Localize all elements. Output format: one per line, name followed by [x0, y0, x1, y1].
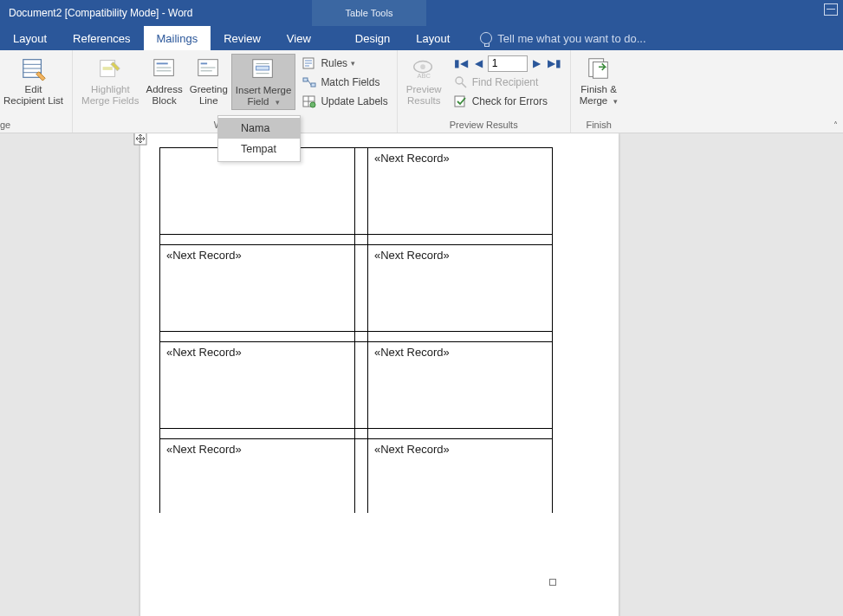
window-title: Document2 [Compatibility Mode] - Word [0, 7, 193, 19]
highlight-merge-fields-button[interactable]: Highlight Merge Fields [78, 54, 142, 108]
table-resize-handle-icon[interactable] [549, 579, 556, 586]
table-gap-cell [355, 439, 368, 513]
tab-view[interactable]: View [274, 26, 324, 50]
greeting-line-icon [196, 55, 222, 81]
collapse-ribbon-icon[interactable]: ˄ [833, 120, 838, 130]
table-cell[interactable]: «Next Record» [368, 439, 553, 513]
match-fields-button[interactable]: Match Fields [299, 73, 391, 92]
tab-layout[interactable]: Layout [0, 26, 60, 50]
table-gap-cell [355, 148, 368, 235]
table-cell[interactable]: «Next Record» [368, 342, 553, 429]
table-cell[interactable]: «Next Record» [160, 439, 355, 513]
rules-icon [302, 56, 316, 70]
preview-results-button[interactable]: ABC Preview Results [403, 54, 445, 108]
chevron-down-icon: ▾ [276, 98, 280, 107]
update-labels-button[interactable]: Update Labels [299, 92, 391, 111]
ribbon-group-start-mailmerge-truncated: Edit Recipient List ge [0, 50, 73, 133]
svg-point-27 [310, 102, 315, 107]
insert-merge-field-dropdown: Nama Tempat [217, 115, 301, 162]
prev-record-button[interactable]: ◀ [473, 57, 484, 69]
next-record-button[interactable]: ▶ [531, 57, 542, 69]
highlight-icon [97, 55, 123, 81]
check-errors-button[interactable]: Check for Errors [451, 92, 565, 111]
table-gap-cell [368, 235, 553, 245]
ribbon: Edit Recipient List ge Highlight Merge F… [0, 50, 843, 133]
group-label-preview: Preview Results [403, 120, 565, 132]
ribbon-tab-bar: Layout References Mailings Review View D… [0, 26, 843, 50]
rules-button[interactable]: Rules▾ [299, 54, 391, 73]
insert-merge-field-icon [250, 56, 276, 82]
tab-review[interactable]: Review [211, 26, 274, 50]
title-bar: Document2 [Compatibility Mode] - Word Ta… [0, 0, 843, 26]
group-label-truncated: ge [0, 120, 67, 132]
find-recipient-icon [454, 75, 468, 89]
match-fields-icon [302, 75, 316, 89]
table-cell[interactable]: «Next Record» [160, 342, 355, 429]
table-gap-cell [160, 429, 355, 439]
svg-line-32 [462, 83, 466, 88]
table-gap-cell [355, 235, 368, 245]
svg-rect-22 [303, 78, 308, 81]
document-area: «Next Record» «Next Record» «Next Record… [0, 133, 843, 616]
insert-merge-field-button[interactable]: Insert Merge Field ▾ [231, 54, 296, 110]
contextual-tab-table-tools[interactable]: Table Tools [312, 0, 426, 26]
last-record-button[interactable]: ▶▮ [546, 57, 563, 69]
update-labels-icon [302, 94, 316, 108]
table-move-handle-icon[interactable] [133, 133, 147, 146]
svg-rect-16 [256, 66, 269, 70]
table-cell[interactable]: «Next Record» [160, 245, 355, 332]
tell-me-placeholder: Tell me what you want to do... [497, 32, 645, 45]
tab-references[interactable]: References [60, 26, 143, 50]
table-gap-cell [368, 332, 553, 342]
svg-rect-35 [593, 62, 608, 79]
record-navigation: ▮◀ ◀ ▶ ▶▮ [451, 54, 565, 73]
document-page[interactable]: «Next Record» «Next Record» «Next Record… [140, 133, 619, 616]
ribbon-group-preview-results: ABC Preview Results ▮◀ ◀ ▶ ▶▮ Find Rec [398, 50, 571, 133]
svg-rect-5 [103, 67, 113, 70]
table-gap-cell [160, 235, 355, 245]
finish-merge-button[interactable]: Finish & Merge ▾ [576, 54, 622, 108]
svg-point-29 [420, 64, 425, 69]
preview-results-icon: ABC [411, 55, 437, 81]
table-cell[interactable]: «Next Record» [368, 148, 553, 235]
tell-me-search[interactable]: Tell me what you want to do... [480, 26, 645, 50]
table-gap-cell [368, 429, 553, 439]
lightbulb-icon [480, 32, 492, 44]
group-label-finish: Finish [576, 120, 622, 132]
edit-recipient-list-button[interactable]: Edit Recipient List [0, 54, 67, 108]
restore-window-icon[interactable] [824, 3, 838, 16]
address-block-button[interactable]: Address Block [143, 54, 186, 108]
label-table[interactable]: «Next Record» «Next Record» «Next Record… [159, 147, 553, 513]
merge-field-item-nama[interactable]: Nama [218, 118, 300, 139]
table-gap-cell [355, 332, 368, 342]
record-number-input[interactable] [488, 55, 528, 72]
table-gap-cell [160, 332, 355, 342]
tab-table-design[interactable]: Design [342, 26, 403, 50]
table-cell[interactable]: «Next Record» [368, 245, 553, 332]
check-errors-icon [454, 94, 468, 108]
svg-rect-23 [311, 83, 315, 87]
table-gap-cell [355, 245, 368, 332]
merge-field-item-tempat[interactable]: Tempat [218, 139, 300, 159]
recipient-list-icon [21, 55, 47, 81]
address-block-icon [152, 55, 178, 81]
svg-point-31 [456, 77, 463, 84]
table-gap-cell [355, 429, 368, 439]
table-gap-cell [355, 342, 368, 429]
chevron-down-icon: ▾ [613, 97, 618, 106]
svg-text:ABC: ABC [418, 72, 431, 80]
find-recipient-button[interactable]: Find Recipient [451, 73, 565, 92]
chevron-down-icon: ▾ [351, 59, 355, 68]
tab-table-layout[interactable]: Layout [403, 26, 463, 50]
greeting-line-button[interactable]: Greeting Line [186, 54, 231, 108]
tab-mailings[interactable]: Mailings [144, 26, 211, 50]
first-record-button[interactable]: ▮◀ [452, 57, 470, 69]
ribbon-group-finish: Finish & Merge ▾ Finish [571, 50, 627, 133]
finish-merge-icon [586, 55, 612, 81]
